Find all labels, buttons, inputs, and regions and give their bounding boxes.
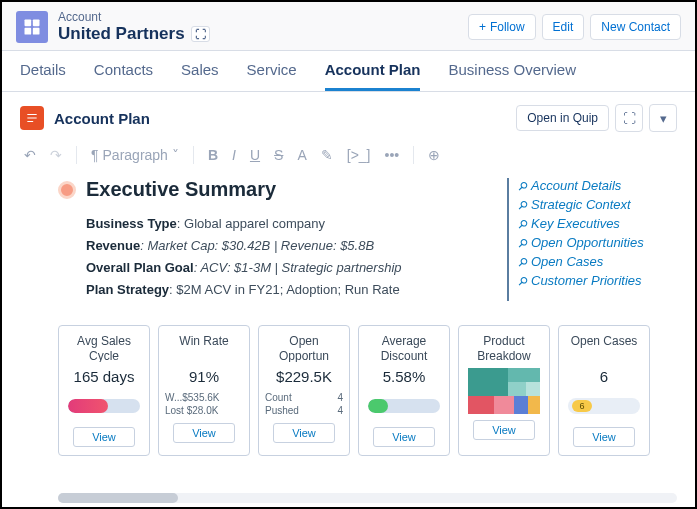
undo-icon[interactable]: ↶ <box>24 147 36 163</box>
section-bullet-icon <box>58 181 76 199</box>
code-icon[interactable]: [>_] <box>347 147 371 163</box>
strikethrough-icon[interactable]: S <box>274 147 283 163</box>
tab-account-plan[interactable]: Account Plan <box>325 61 421 91</box>
card-value: 91% <box>189 368 219 385</box>
follow-label: Follow <box>490 20 525 34</box>
executive-summary-heading: Executive Summary <box>86 178 276 201</box>
view-button[interactable]: View <box>573 427 635 447</box>
panel-header: Account Plan Open in Quip ⛶ ▾ <box>2 92 695 140</box>
view-button[interactable]: View <box>373 427 435 447</box>
anchor-strategic-context[interactable]: Strategic Context <box>519 197 667 212</box>
line4-value: : $2M ACV in FY21; Adoption; Run Rate <box>169 282 400 297</box>
card-title: Open Cases <box>571 334 638 362</box>
view-button[interactable]: View <box>173 423 235 443</box>
card-open-opportunities: Open Opportun $229.5K Count4 Pushed4 Vie… <box>258 325 350 456</box>
card-value: 165 days <box>74 368 135 385</box>
editor-toolbar: ↶ ↷ ¶ Paragraph ˅ B I U S A ✎ [>_] ••• ⊕ <box>2 140 695 174</box>
card-value: 6 <box>600 368 608 385</box>
svg-rect-1 <box>33 20 40 27</box>
tab-sales[interactable]: Sales <box>181 61 219 91</box>
line2-label: Revenue <box>86 238 140 253</box>
card-value: $229.5K <box>276 368 332 385</box>
account-name-text: United Partners <box>58 24 185 44</box>
card-product-breakdown: Product Breakdow View <box>458 325 550 456</box>
tab-contacts[interactable]: Contacts <box>94 61 153 91</box>
anchor-key-executives[interactable]: Key Executives <box>519 216 667 231</box>
card-win-rate: Win Rate 91% W...$535.6K Lost $28.0K Vie… <box>158 325 250 456</box>
more-menu-icon[interactable]: ▾ <box>649 104 677 132</box>
line1-label: Business Type <box>86 216 177 231</box>
detail-value: 4 <box>337 404 343 417</box>
card-open-cases: Open Cases 6 6 View <box>558 325 650 456</box>
gauge-icon <box>368 399 440 413</box>
detail-label: Lost $28.0K <box>165 404 218 417</box>
account-icon <box>16 11 48 43</box>
tab-bar: Details Contacts Sales Service Account P… <box>2 51 695 92</box>
record-header: Account United Partners ⛶ +Follow Edit N… <box>2 2 695 51</box>
tab-details[interactable]: Details <box>20 61 66 91</box>
panel-title: Account Plan <box>54 110 150 127</box>
style-label: Paragraph <box>103 147 168 163</box>
edit-button[interactable]: Edit <box>542 14 585 40</box>
detail-label: Count <box>265 391 292 404</box>
treemap-icon <box>468 368 540 414</box>
gauge-icon: 6 <box>568 398 640 414</box>
card-title: Average Discount <box>365 334 443 362</box>
tab-business-overview[interactable]: Business Overview <box>448 61 576 91</box>
highlight-icon[interactable]: ✎ <box>321 147 333 163</box>
scrollbar-thumb[interactable] <box>58 493 178 503</box>
redo-icon[interactable]: ↷ <box>50 147 62 163</box>
detail-label: W...$535.6K <box>165 391 219 404</box>
svg-rect-2 <box>25 28 32 35</box>
card-title: Win Rate <box>179 334 228 362</box>
line4-label: Plan Strategy <box>86 282 169 297</box>
view-button[interactable]: View <box>73 427 135 447</box>
line2-value: : Market Cap: $30.42B | Revenue: $5.8B <box>140 238 374 253</box>
account-name: United Partners ⛶ <box>58 24 210 44</box>
svg-rect-0 <box>25 20 32 27</box>
line1-value: : Global apparel company <box>177 216 325 231</box>
view-button[interactable]: View <box>273 423 335 443</box>
more-format-icon[interactable]: ••• <box>385 147 400 163</box>
gauge-icon <box>68 399 140 413</box>
anchor-list: Account Details Strategic Context Key Ex… <box>507 178 667 301</box>
anchor-account-details[interactable]: Account Details <box>519 178 667 193</box>
new-contact-button[interactable]: New Contact <box>590 14 681 40</box>
italic-icon[interactable]: I <box>232 147 236 163</box>
insert-icon[interactable]: ⊕ <box>428 147 440 163</box>
text-color-icon[interactable]: A <box>297 147 306 163</box>
metric-cards-row: Avg Sales Cycle 165 days View Win Rate 9… <box>2 301 695 456</box>
line3-label: Overall Plan Goal <box>86 260 194 275</box>
quip-doc-icon <box>20 106 44 130</box>
line3-value: : ACV: $1-3M | Strategic partnership <box>194 260 402 275</box>
paragraph-style-dropdown[interactable]: ¶ Paragraph ˅ <box>91 147 179 163</box>
gauge-label: 6 <box>572 400 592 412</box>
horizontal-scrollbar[interactable] <box>58 493 677 503</box>
tab-service[interactable]: Service <box>247 61 297 91</box>
bold-icon[interactable]: B <box>208 147 218 163</box>
anchor-open-cases[interactable]: Open Cases <box>519 254 667 269</box>
detail-label: Pushed <box>265 404 299 417</box>
detail-value: 4 <box>337 391 343 404</box>
chevron-down-icon: ˅ <box>172 147 179 163</box>
card-average-discount: Average Discount 5.58% View <box>358 325 450 456</box>
plus-icon: + <box>479 20 486 34</box>
anchor-open-opportunities[interactable]: Open Opportunities <box>519 235 667 250</box>
anchor-customer-priorities[interactable]: Customer Priorities <box>519 273 667 288</box>
card-avg-sales-cycle: Avg Sales Cycle 165 days View <box>58 325 150 456</box>
card-title: Open Opportun <box>265 334 343 362</box>
card-value: 5.58% <box>383 368 426 385</box>
svg-rect-3 <box>33 28 40 35</box>
card-title: Product Breakdow <box>465 334 543 362</box>
expand-icon[interactable]: ⛶ <box>615 104 643 132</box>
card-title: Avg Sales Cycle <box>65 334 143 362</box>
view-button[interactable]: View <box>473 420 535 440</box>
follow-button[interactable]: +Follow <box>468 14 536 40</box>
object-label: Account <box>58 10 210 24</box>
underline-icon[interactable]: U <box>250 147 260 163</box>
document-body: Executive Summary Business Type: Global … <box>58 178 489 301</box>
open-in-quip-button[interactable]: Open in Quip <box>516 105 609 131</box>
hierarchy-icon[interactable]: ⛶ <box>191 26 210 42</box>
